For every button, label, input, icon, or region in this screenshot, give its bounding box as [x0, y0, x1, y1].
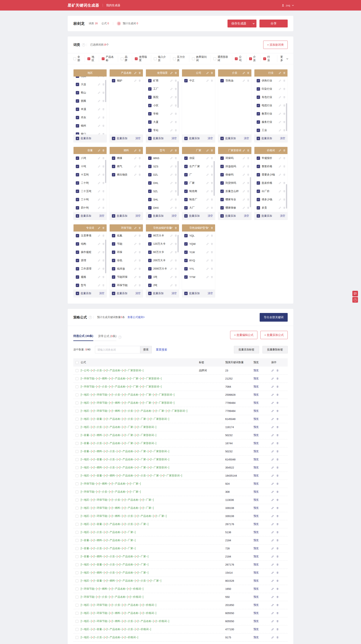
item-checkbox[interactable] [76, 234, 79, 237]
clear-button[interactable]: 清空 [244, 214, 249, 218]
preview-link[interactable]: 预览 [254, 563, 259, 566]
clear-button[interactable]: 清空 [172, 214, 177, 218]
edit-icon[interactable] [271, 386, 274, 388]
edit-icon[interactable] [271, 588, 274, 590]
delete-icon[interactable] [210, 243, 213, 245]
item-checkbox[interactable] [148, 198, 152, 201]
delete-icon[interactable] [276, 555, 279, 558]
preview-link[interactable]: 预览 [254, 442, 259, 445]
delete-icon[interactable] [247, 198, 250, 201]
item-checkbox[interactable] [148, 234, 152, 237]
delete-icon[interactable] [102, 198, 105, 201]
edit-icon[interactable] [271, 596, 274, 598]
batch-add-button[interactable]: +批量添加 [148, 292, 164, 295]
edit-icon[interactable] [279, 182, 281, 184]
row-checkbox[interactable] [76, 523, 78, 526]
delete-icon[interactable] [283, 206, 286, 209]
item-checkbox[interactable] [184, 206, 188, 210]
edit-icon[interactable] [134, 284, 137, 287]
edit-icon[interactable] [279, 174, 281, 176]
delete-icon[interactable] [138, 243, 141, 245]
delete-icon[interactable] [276, 604, 279, 606]
item-checkbox[interactable] [148, 275, 152, 279]
batch-add-button[interactable]: +批量添加 [257, 137, 272, 140]
filter-checkbox[interactable] [263, 57, 266, 60]
edit-icon[interactable] [170, 96, 173, 98]
item-checkbox[interactable] [257, 198, 260, 201]
edit-icon[interactable] [170, 174, 173, 176]
edit-icon[interactable] [271, 466, 274, 469]
delete-icon[interactable] [102, 251, 105, 254]
delete-icon[interactable] [174, 268, 177, 270]
scrollbar-thumb[interactable] [105, 240, 106, 273]
edit-icon[interactable] [271, 442, 274, 445]
row-checkbox[interactable] [76, 539, 78, 542]
item-checkbox[interactable] [257, 181, 260, 185]
delete-icon[interactable] [102, 182, 105, 184]
batch-add-button[interactable]: +批量添加 [112, 292, 127, 295]
row-checkbox[interactable] [76, 555, 78, 558]
item-checkbox[interactable] [184, 198, 188, 201]
item-checkbox[interactable] [148, 156, 152, 160]
delete-icon[interactable] [276, 588, 279, 590]
edit-icon[interactable] [134, 149, 137, 152]
delete-icon[interactable] [102, 92, 105, 94]
delete-icon[interactable] [102, 243, 105, 245]
filter-checkbox[interactable] [173, 57, 176, 60]
edit-icon[interactable] [242, 174, 245, 176]
delete-icon[interactable] [102, 227, 105, 229]
row-checkbox[interactable] [76, 450, 78, 453]
batch-add-formula-button[interactable]: + 批量添加公式 [260, 331, 288, 339]
clear-button[interactable]: 清空 [136, 137, 141, 140]
item-checkbox[interactable] [148, 190, 152, 193]
edit-icon[interactable] [242, 182, 245, 184]
clear-button[interactable]: 清空 [280, 214, 285, 218]
delete-icon[interactable] [276, 377, 279, 380]
delete-icon[interactable] [102, 174, 105, 176]
item-checkbox[interactable] [112, 79, 115, 82]
preview-link[interactable]: 预览 [254, 547, 259, 550]
edit-icon[interactable] [242, 190, 245, 192]
delete-icon[interactable] [102, 149, 105, 152]
item-checkbox[interactable] [76, 132, 79, 134]
filter-介质[interactable]: 介质 [249, 55, 260, 62]
item-checkbox[interactable] [184, 173, 188, 176]
batch-delete-tag-button[interactable]: 批量删除标签 [262, 346, 288, 354]
item-checkbox[interactable] [76, 108, 79, 111]
delete-icon[interactable] [174, 174, 177, 176]
delete-icon[interactable] [102, 206, 105, 209]
help-icon[interactable]: ? [82, 43, 85, 46]
filter-more-button[interactable]: 更多 [277, 55, 288, 62]
item-checkbox[interactable] [148, 112, 152, 116]
batch-add-button[interactable]: +批量添加 [112, 137, 127, 140]
edit-icon[interactable] [134, 251, 137, 254]
edit-icon[interactable] [271, 418, 274, 420]
edit-icon[interactable] [206, 190, 209, 192]
batch-add-button[interactable]: +批量添加 [148, 214, 164, 218]
reset-search-link[interactable]: 重置搜索 [156, 348, 167, 352]
delete-icon[interactable] [210, 206, 213, 209]
edit-icon[interactable] [271, 580, 274, 582]
delete-icon[interactable] [102, 268, 105, 270]
edit-icon[interactable] [206, 72, 209, 74]
item-checkbox[interactable] [257, 206, 260, 210]
edit-icon[interactable] [279, 96, 281, 98]
preview-link[interactable]: 预览 [254, 636, 259, 639]
delete-icon[interactable] [283, 88, 286, 90]
user-menu[interactable]: zxq [282, 4, 293, 7]
delete-icon[interactable] [276, 434, 279, 436]
item-checkbox[interactable] [76, 198, 79, 201]
delete-icon[interactable] [210, 276, 213, 278]
preview-link[interactable]: 预览 [254, 539, 259, 542]
delete-icon[interactable] [174, 227, 177, 229]
delete-icon[interactable] [276, 418, 279, 420]
edit-icon[interactable] [206, 268, 209, 270]
delete-icon[interactable] [283, 96, 286, 98]
edit-icon[interactable] [271, 507, 274, 509]
edit-icon[interactable] [279, 198, 281, 201]
filter-压力分类[interactable]: 压力分类 [173, 55, 189, 62]
delete-icon[interactable] [276, 507, 279, 509]
edit-icon[interactable] [279, 88, 281, 90]
edit-icon[interactable] [98, 234, 100, 237]
delete-icon[interactable] [210, 149, 213, 152]
